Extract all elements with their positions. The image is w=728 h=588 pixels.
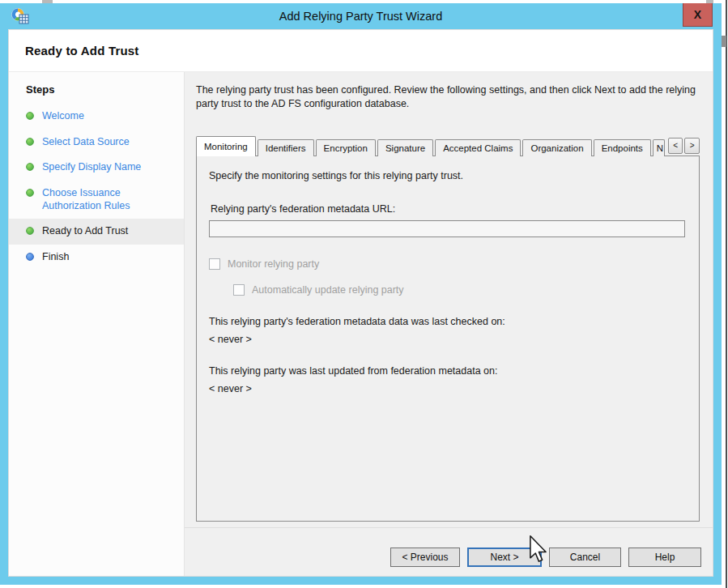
tab-notes-truncated[interactable]: N xyxy=(653,139,665,156)
tab-strip: Monitoring Identifiers Encryption Signat… xyxy=(196,136,700,156)
sidebar-item-ready-to-add-trust: Ready to Add Trust xyxy=(9,219,184,245)
trust-properties-tabs: Monitoring Identifiers Encryption Signat… xyxy=(196,136,700,522)
step-label: Select Data Source xyxy=(42,136,130,149)
dialog-body: Ready to Add Trust Steps Welcome Select … xyxy=(8,29,713,577)
tab-scroll-left-button[interactable]: < xyxy=(668,138,683,154)
monitor-relying-party-row: Monitor relying party xyxy=(209,258,685,270)
content-row: Steps Welcome Select Data Source Specify… xyxy=(9,72,713,576)
sidebar-item-select-data-source[interactable]: Select Data Source xyxy=(9,130,184,156)
sidebar-item-specify-display-name[interactable]: Specify Display Name xyxy=(9,155,184,181)
wizard-window: Add Relying Party Trust Wizard X Ready t… xyxy=(0,3,722,585)
monitor-relying-party-checkbox[interactable] xyxy=(209,258,220,270)
steps-heading: Steps xyxy=(9,80,184,104)
step-label: Specify Display Name xyxy=(42,161,141,174)
last-checked-label: This relying party's federation metadata… xyxy=(209,316,685,327)
cancel-button[interactable]: Cancel xyxy=(549,548,621,567)
step-pending-icon xyxy=(26,253,34,261)
page-header: Ready to Add Trust xyxy=(9,30,713,72)
step-label: Welcome xyxy=(42,110,84,123)
intro-text: The relying party trust has been configu… xyxy=(196,83,714,110)
monitor-relying-party-label: Monitor relying party xyxy=(228,258,319,270)
monitoring-description: Specify the monitoring settings for this… xyxy=(209,170,685,181)
sidebar-item-finish: Finish xyxy=(9,245,184,271)
step-done-icon xyxy=(26,189,34,197)
spacer xyxy=(196,522,701,527)
background-window-edge xyxy=(726,0,727,588)
wizard-button-row: < Previous Next > Cancel Help xyxy=(196,528,701,576)
monitoring-tab-panel: Specify the monitoring settings for this… xyxy=(196,156,700,522)
sidebar-item-welcome[interactable]: Welcome xyxy=(9,104,184,130)
step-done-icon xyxy=(26,112,34,120)
main-pane: The relying party trust has been configu… xyxy=(185,72,713,576)
screen: Add Relying Party Trust Wizard X Ready t… xyxy=(0,0,728,588)
tab-monitoring[interactable]: Monitoring xyxy=(196,136,256,156)
steps-sidebar: Steps Welcome Select Data Source Specify… xyxy=(9,72,185,576)
tab-organization[interactable]: Organization xyxy=(522,139,591,156)
tab-encryption[interactable]: Encryption xyxy=(316,139,376,156)
federation-metadata-url-label: Relying party's federation metadata URL: xyxy=(211,203,685,215)
last-updated-label: This relying party was last updated from… xyxy=(209,365,685,377)
auto-update-label: Automatically update relying party xyxy=(252,284,404,296)
tab-signature[interactable]: Signature xyxy=(377,139,433,156)
step-done-icon xyxy=(26,163,34,171)
close-button[interactable]: X xyxy=(683,3,713,27)
tab-endpoints[interactable]: Endpoints xyxy=(594,139,651,156)
next-button[interactable]: Next > xyxy=(467,548,542,567)
auto-update-checkbox[interactable] xyxy=(233,284,245,296)
background-artifact xyxy=(722,36,726,47)
step-done-icon xyxy=(26,138,34,146)
step-label: Choose Issuance Authorization Rules xyxy=(42,187,164,212)
last-checked-value: < never > xyxy=(209,334,685,345)
tab-scroll-right-button[interactable]: > xyxy=(684,138,700,154)
previous-button[interactable]: < Previous xyxy=(390,548,460,567)
last-updated-value: < never > xyxy=(209,383,685,394)
help-button[interactable]: Help xyxy=(628,548,701,567)
tab-identifiers[interactable]: Identifiers xyxy=(258,139,314,156)
step-label: Ready to Add Trust xyxy=(42,225,128,238)
step-done-icon xyxy=(26,227,34,235)
tab-accepted-claims[interactable]: Accepted Claims xyxy=(435,139,521,156)
sidebar-item-choose-issuance-authorization-rules[interactable]: Choose Issuance Authorization Rules xyxy=(9,181,184,219)
federation-metadata-url-input[interactable] xyxy=(209,220,685,237)
page-title: Ready to Add Trust xyxy=(25,44,139,58)
titlebar: Add Relying Party Trust Wizard X xyxy=(0,3,722,29)
window-title: Add Relying Party Trust Wizard xyxy=(0,10,722,23)
auto-update-row: Automatically update relying party xyxy=(233,284,685,296)
step-label: Finish xyxy=(42,251,69,264)
